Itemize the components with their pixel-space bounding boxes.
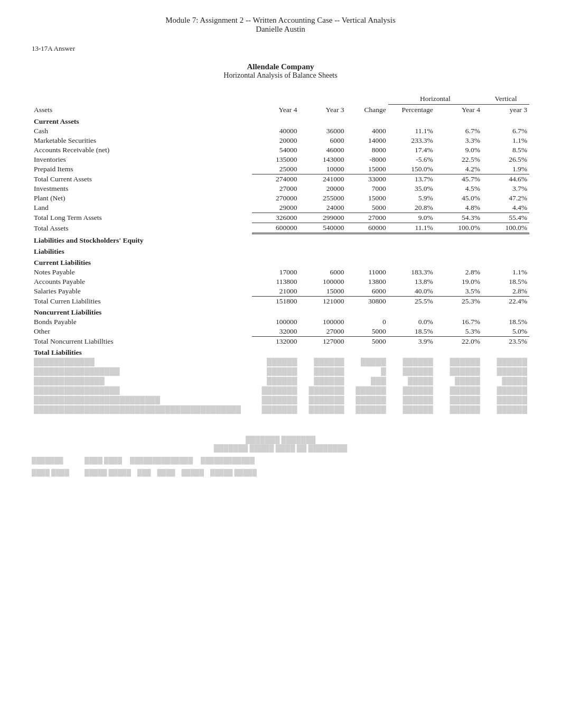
blurred-pct: ██████ (388, 357, 435, 367)
bottom-row2: ████ ████ █████ █████ ███ ████ █████ ███… (32, 469, 529, 477)
row-label: Marketable Securities (32, 136, 252, 145)
row-change: 8000 (347, 145, 388, 155)
table-row: Total Current Assets 274000 241000 33000… (32, 174, 529, 185)
row-year4: 54000 (252, 145, 299, 155)
row-year4: 135000 (252, 155, 299, 164)
row-pct: -5.6% (388, 155, 435, 164)
assets-col-header: Assets (32, 105, 252, 116)
row-change: 15000 (347, 193, 388, 203)
row-label: Total Long Term Assets (32, 213, 252, 223)
blurred-change: ██████ (347, 395, 388, 405)
blurred-vert4: ██████ (435, 386, 482, 395)
row-label: Total Noncurrent Liabillties (32, 337, 252, 347)
row-change: 5000 (347, 337, 388, 347)
row-label: Total Curren Liabilities (32, 297, 252, 307)
bottom-row1-data: ████ ████ ██████████████ ████████████ (85, 457, 255, 465)
blurred-row: ████████████████████████████████████████… (32, 405, 529, 414)
row-change: 7000 (347, 184, 388, 193)
row-vert3: 55.4% (482, 213, 529, 223)
row-vert3: 1.9% (482, 164, 529, 174)
row-change: 14000 (347, 136, 388, 145)
vertical-group-header: Vertical (482, 94, 529, 105)
blurred-year3: ███████ (299, 395, 346, 405)
row-vert4: 16.7% (435, 317, 482, 327)
table-row: Other 32000 27000 5000 18.5% 5.3% 5.0% (32, 327, 529, 337)
row-vert3: 1.1% (482, 136, 529, 145)
year4-col-header: Year 4 (252, 105, 299, 116)
section-header-label: Liabilities and Stockholders' Equity (32, 234, 529, 246)
row-year3: 10000 (299, 164, 346, 174)
blurred-row: ██████████████ ██████ ██████ ███ █████ █… (32, 376, 529, 386)
blurred-row: █████████████████████████ ███████ ██████… (32, 395, 529, 405)
row-change: 4000 (347, 126, 388, 136)
bottom-row1-label: ███████ (32, 457, 74, 465)
table-row: Plant (Net) 270000 255000 15000 5.9% 45.… (32, 193, 529, 203)
row-pct: 18.5% (388, 327, 435, 337)
row-change: 27000 (347, 213, 388, 223)
row-label: Notes Payable (32, 268, 252, 277)
blurred-label: ████████████████████████████████████████… (32, 405, 252, 414)
row-vert4: 19.0% (435, 277, 482, 287)
blurred-vert3: █████ (482, 376, 529, 386)
vert3-col-header: year 3 (482, 105, 529, 116)
label-group-header (32, 94, 252, 105)
row-year3: 27000 (299, 327, 346, 337)
row-vert3: 18.5% (482, 277, 529, 287)
table-row: Liabilities (32, 245, 529, 256)
table-row: Total Curren Liabilities 151800 121000 3… (32, 297, 529, 307)
row-year4: 20000 (252, 136, 299, 145)
table-row: Noncurrent Liabilities (32, 306, 529, 317)
row-pct: 9.0% (388, 213, 435, 223)
table-row: Land 29000 24000 5000 20.8% 4.8% 4.4% (32, 203, 529, 213)
blurred-vert3: ██████ (482, 367, 529, 376)
blurred-vert3: ██████ (482, 357, 529, 367)
page-title-line2: Danielle Austin (32, 25, 529, 34)
blurred-year4: ██████ (252, 376, 299, 386)
blurred-label: ████████████ (32, 357, 252, 367)
blurred-pct: ██████ (388, 405, 435, 414)
row-label: Other (32, 327, 252, 337)
row-pct: 5.9% (388, 193, 435, 203)
blurred-change: ███ (347, 376, 388, 386)
table-row: Notes Payable 17000 6000 11000 183.3% 2.… (32, 268, 529, 277)
row-vert4: 100.0% (435, 223, 482, 234)
row-year4: 27000 (252, 184, 299, 193)
blurred-pct: █████ (388, 376, 435, 386)
row-year3: 46000 (299, 145, 346, 155)
row-year3: 143000 (299, 155, 346, 164)
row-vert3: 3.7% (482, 184, 529, 193)
file-label: 13-17A Answer (32, 44, 529, 53)
row-label: Salaries Payable (32, 287, 252, 297)
row-year4: 600000 (252, 223, 299, 234)
row-year4: 270000 (252, 193, 299, 203)
pct-col-header: Percentage (388, 105, 435, 116)
row-year3: 6000 (299, 268, 346, 277)
blurred-vert4: ██████ (435, 367, 482, 376)
table-row: Total Liabilities (32, 346, 529, 357)
blurred-vert4: █████ (435, 376, 482, 386)
row-pct: 35.0% (388, 184, 435, 193)
blurred-year3: ███████ (299, 405, 346, 414)
table-row: Current Assets (32, 115, 529, 126)
row-pct: 150.0% (388, 164, 435, 174)
bottom-row2-label: ████ ████ (32, 469, 74, 477)
blurred-label: █████████████████ (32, 386, 252, 395)
blurred-vert4: ██████ (435, 405, 482, 414)
row-year3: 6000 (299, 136, 346, 145)
row-year3: 36000 (299, 126, 346, 136)
row-change: 11000 (347, 268, 388, 277)
row-year3: 20000 (299, 184, 346, 193)
column-headers-row: Assets Year 4 Year 3 Change Percentage Y… (32, 105, 529, 116)
row-change: 6000 (347, 287, 388, 297)
page-title-line1: Module 7: Assignment 2 -- Written Accoun… (32, 16, 529, 25)
report-title: Horizontal Analysis of Balance Sheets (32, 71, 529, 80)
blurred-label: ██████████████ (32, 376, 252, 386)
row-change: 13800 (347, 277, 388, 287)
blurred-year4: ███████ (252, 386, 299, 395)
blurred-label: █████████████████████████ (32, 395, 252, 405)
blurred-change: █ (347, 367, 388, 376)
blurred-year4: ███████ (252, 405, 299, 414)
table-body: Current Assets Cash 40000 36000 4000 11.… (32, 115, 529, 414)
page-header: Module 7: Assignment 2 -- Written Accoun… (32, 16, 529, 34)
table-row: Accounts Receivable (net) 54000 46000 80… (32, 145, 529, 155)
